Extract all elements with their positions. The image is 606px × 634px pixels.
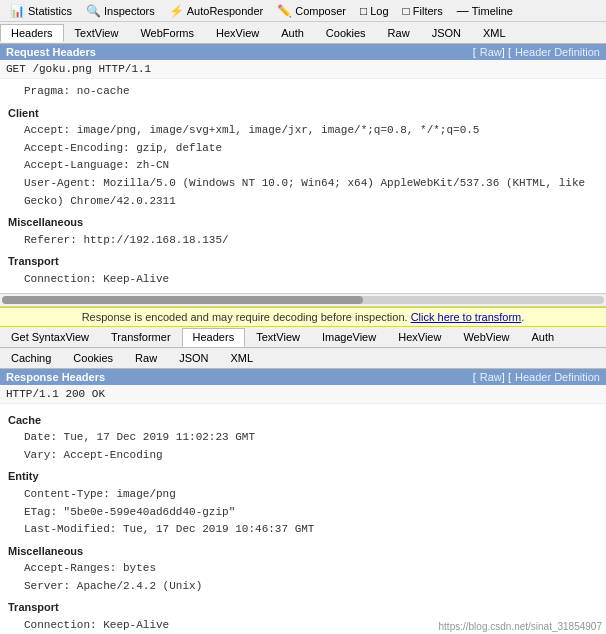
response-header-links: [Raw] [Header Definition — [473, 371, 600, 383]
filters-label: Filters — [413, 5, 443, 17]
toolbar-filters[interactable]: □ Filters — [397, 3, 449, 19]
autoresponder-icon: ⚡ — [169, 4, 184, 18]
response-headers-title: Response Headers — [6, 371, 105, 383]
autoresponder-label: AutoResponder — [187, 5, 263, 17]
timeline-label: Timeline — [472, 5, 513, 17]
request-line: GET /goku.png HTTP/1.1 — [0, 60, 606, 79]
horizontal-scrollbar[interactable] — [0, 293, 606, 307]
response-headers-content: Cache Date: Tue, 17 Dec 2019 11:02:23 GM… — [0, 404, 606, 634]
tab-transformer[interactable]: Transformer — [100, 328, 182, 346]
tab-webforms[interactable]: WebForms — [129, 24, 205, 42]
inspectors-label: Inspectors — [104, 5, 155, 17]
tab-caching[interactable]: Caching — [0, 349, 62, 367]
accept-encoding-header: Accept-Encoding: gzip, deflate — [8, 140, 598, 158]
tab-xml[interactable]: XML — [472, 24, 517, 42]
response-def-link[interactable]: Header Definition — [515, 371, 600, 383]
composer-icon: ✏️ — [277, 4, 292, 18]
tab-resp-json[interactable]: JSON — [168, 349, 219, 367]
response-tabs-row1: Get SyntaxView Transformer Headers TextV… — [0, 327, 606, 348]
tab-resp-textview[interactable]: TextView — [245, 328, 311, 346]
request-subtabs: Headers TextView WebForms HexView Auth C… — [0, 22, 606, 44]
tab-raw[interactable]: Raw — [377, 24, 421, 42]
warning-period: . — [521, 311, 524, 323]
response-raw-link[interactable]: Raw — [480, 371, 502, 383]
tab-get-syntaxview[interactable]: Get SyntaxView — [0, 328, 100, 346]
tab-cookies[interactable]: Cookies — [315, 24, 377, 42]
tab-webview[interactable]: WebView — [452, 328, 520, 346]
resp-transport-label: Transport — [8, 599, 598, 617]
warning-bar[interactable]: Response is encoded and may require deco… — [0, 307, 606, 327]
cache-group-label: Cache — [8, 412, 598, 430]
main-toolbar: 📊 Statistics 🔍 Inspectors ⚡ AutoResponde… — [0, 0, 606, 22]
request-headers-content: Pragma: no-cache Client Accept: image/pn… — [0, 79, 606, 293]
tab-resp-auth[interactable]: Auth — [520, 328, 565, 346]
tab-hexview[interactable]: HexView — [205, 24, 270, 42]
accept-header: Accept: image/png, image/svg+xml, image/… — [8, 122, 598, 140]
tab-json[interactable]: JSON — [421, 24, 472, 42]
response-status-line: HTTP/1.1 200 OK — [0, 385, 606, 404]
scroll-track — [2, 296, 604, 304]
user-agent-header: User-Agent: Mozilla/5.0 (Windows NT 10.0… — [8, 175, 598, 210]
tab-textview[interactable]: TextView — [64, 24, 130, 42]
toolbar-timeline[interactable]: — Timeline — [451, 3, 519, 19]
toolbar-statistics[interactable]: 📊 Statistics — [4, 3, 78, 19]
connection-header: Connection: Keep-Alive — [8, 271, 598, 289]
date-header: Date: Tue, 17 Dec 2019 11:02:23 GMT — [8, 429, 598, 447]
toolbar-autoresponder[interactable]: ⚡ AutoResponder — [163, 3, 269, 19]
request-raw-link[interactable]: Raw — [480, 46, 502, 58]
scroll-thumb — [2, 296, 363, 304]
tab-imageview[interactable]: ImageView — [311, 328, 387, 346]
request-headers-bar: Request Headers [Raw] [Header Definition — [0, 44, 606, 60]
statistics-label: Statistics — [28, 5, 72, 17]
composer-label: Composer — [295, 5, 346, 17]
tab-resp-hexview[interactable]: HexView — [387, 328, 452, 346]
response-headers-panel: HTTP/1.1 200 OK Cache Date: Tue, 17 Dec … — [0, 385, 606, 634]
client-label: Client — [8, 105, 598, 123]
misc-label: Miscellaneous — [8, 214, 598, 232]
log-label: Log — [370, 5, 388, 17]
inspectors-icon: 🔍 — [86, 4, 101, 18]
last-modified-header: Last-Modified: Tue, 17 Dec 2019 10:46:37… — [8, 521, 598, 539]
request-def-link[interactable]: Header Definition — [515, 46, 600, 58]
vary-header: Vary: Accept-Encoding — [8, 447, 598, 465]
response-tabs-row2: Caching Cookies Raw JSON XML — [0, 348, 606, 369]
tab-resp-raw[interactable]: Raw — [124, 349, 168, 367]
response-headers-bar: Response Headers [Raw] [Header Definitio… — [0, 369, 606, 385]
server-header: Server: Apache/2.4.2 (Unix) — [8, 578, 598, 596]
request-headers-panel: GET /goku.png HTTP/1.1 Pragma: no-cache … — [0, 60, 606, 293]
referer-header: Referer: http://192.168.18.135/ — [8, 232, 598, 250]
resp-misc-label: Miscellaneous — [8, 543, 598, 561]
statistics-icon: 📊 — [10, 4, 25, 18]
tab-resp-headers[interactable]: Headers — [182, 328, 246, 347]
tab-resp-xml[interactable]: XML — [219, 349, 264, 367]
log-icon: □ — [360, 4, 367, 18]
etag-header: ETag: "5be0e-599e40ad6dd40-gzip" — [8, 504, 598, 522]
filters-icon: □ — [403, 4, 410, 18]
content-type-header: Content-Type: image/png — [8, 486, 598, 504]
toolbar-log[interactable]: □ Log — [354, 3, 395, 19]
pragma-header: Pragma: no-cache — [8, 83, 598, 101]
transport-label: Transport — [8, 253, 598, 271]
connection-keep-header: Connection: Keep-Alive — [8, 617, 169, 634]
toolbar-composer[interactable]: ✏️ Composer — [271, 3, 352, 19]
toolbar-inspectors[interactable]: 🔍 Inspectors — [80, 3, 161, 19]
tab-auth[interactable]: Auth — [270, 24, 315, 42]
request-header-links: [Raw] [Header Definition — [473, 46, 600, 58]
timeline-icon: — — [457, 4, 469, 18]
tab-headers[interactable]: Headers — [0, 24, 64, 42]
accept-ranges-header: Accept-Ranges: bytes — [8, 560, 598, 578]
accept-language-header: Accept-Language: zh-CN — [8, 157, 598, 175]
entity-group-label: Entity — [8, 468, 598, 486]
tab-resp-cookies[interactable]: Cookies — [62, 349, 124, 367]
transform-link[interactable]: Click here to transform — [411, 311, 522, 323]
watermark: https://blog.csdn.net/sinat_31854907 — [439, 621, 602, 632]
warning-text: Response is encoded and may require deco… — [82, 311, 411, 323]
request-headers-title: Request Headers — [6, 46, 96, 58]
